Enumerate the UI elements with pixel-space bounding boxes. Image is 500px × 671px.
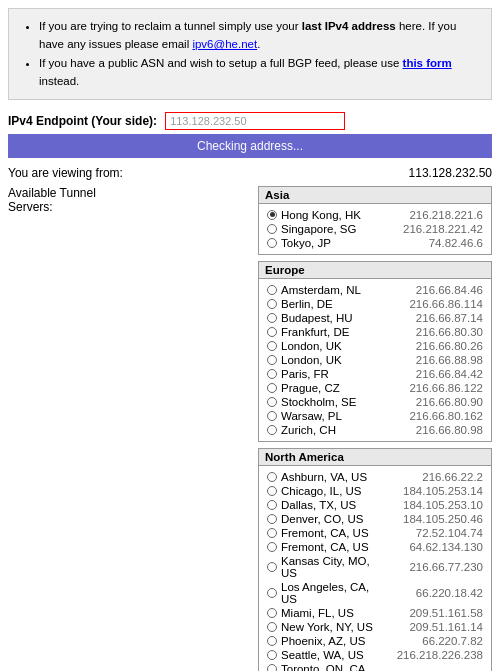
server-name: Kansas City, MO, US xyxy=(281,555,373,579)
server-row[interactable]: Fremont, CA, US64.62.134.130 xyxy=(267,540,483,554)
server-row[interactable]: Los Angeles, CA, US66.220.18.42 xyxy=(267,580,483,606)
server-row[interactable]: Fremont, CA, US72.52.104.74 xyxy=(267,526,483,540)
region-group-europe: EuropeAmsterdam, NL216.66.84.46Berlin, D… xyxy=(258,261,492,442)
server-name: London, UK xyxy=(281,354,342,366)
server-row[interactable]: London, UK216.66.80.26 xyxy=(267,339,483,353)
server-ip: 216.66.80.98 xyxy=(373,424,483,436)
radio-button[interactable] xyxy=(267,210,277,220)
server-name: Paris, FR xyxy=(281,368,329,380)
radio-button[interactable] xyxy=(267,411,277,421)
server-name: Zurich, CH xyxy=(281,424,336,436)
radio-button[interactable] xyxy=(267,285,277,295)
server-row[interactable]: Kansas City, MO, US216.66.77.230 xyxy=(267,554,483,580)
server-row[interactable]: Frankfurt, DE216.66.80.30 xyxy=(267,325,483,339)
radio-button[interactable] xyxy=(267,472,277,482)
available-label: Available Tunnel Servers: xyxy=(8,186,138,671)
server-name: Tokyo, JP xyxy=(281,237,331,249)
radio-button[interactable] xyxy=(267,622,277,632)
server-row[interactable]: Seattle, WA, US216.218.226.238 xyxy=(267,648,483,662)
server-ip: 66.220.18.42 xyxy=(373,587,483,599)
server-ip: 216.66.84.42 xyxy=(373,368,483,380)
server-ip: 209.51.161.14 xyxy=(373,621,483,633)
region-title: Asia xyxy=(259,187,491,204)
endpoint-row: IPv4 Endpoint (Your side): xyxy=(0,108,500,134)
radio-button[interactable] xyxy=(267,514,277,524)
server-name: London, UK xyxy=(281,340,342,352)
endpoint-label: IPv4 Endpoint (Your side): xyxy=(8,114,157,128)
server-name: Los Angeles, CA, US xyxy=(281,581,373,605)
server-row[interactable]: Ashburn, VA, US216.66.22.2 xyxy=(267,470,483,484)
server-name: Singapore, SG xyxy=(281,223,356,235)
endpoint-input[interactable] xyxy=(165,112,345,130)
server-ip: 209.51.161.58 xyxy=(373,607,483,619)
server-ip: 74.82.46.6 xyxy=(373,237,483,249)
radio-button[interactable] xyxy=(267,341,277,351)
server-row[interactable]: Berlin, DE216.66.86.114 xyxy=(267,297,483,311)
radio-button[interactable] xyxy=(267,562,277,572)
server-row[interactable]: Stockholm, SE216.66.80.90 xyxy=(267,395,483,409)
region-title: North America xyxy=(259,449,491,466)
radio-button[interactable] xyxy=(267,238,277,248)
radio-button[interactable] xyxy=(267,528,277,538)
server-row[interactable]: Miami, FL, US209.51.161.58 xyxy=(267,606,483,620)
server-name: Seattle, WA, US xyxy=(281,649,364,661)
server-name: Fremont, CA, US xyxy=(281,541,369,553)
server-ip: 184.105.253.14 xyxy=(373,485,483,497)
server-row[interactable]: Singapore, SG216.218.221.42 xyxy=(267,222,483,236)
radio-button[interactable] xyxy=(267,650,277,660)
server-name: Chicago, IL, US xyxy=(281,485,362,497)
server-name: Ashburn, VA, US xyxy=(281,471,367,483)
server-name: Warsaw, PL xyxy=(281,410,342,422)
server-row[interactable]: Toronto, ON, CA xyxy=(267,662,483,671)
server-ip: 216.66.80.30 xyxy=(373,326,483,338)
radio-button[interactable] xyxy=(267,383,277,393)
radio-button[interactable] xyxy=(267,369,277,379)
server-ip: 64.62.134.130 xyxy=(373,541,483,553)
server-name: Toronto, ON, CA xyxy=(281,663,365,671)
server-row[interactable]: Tokyo, JP74.82.46.6 xyxy=(267,236,483,250)
server-row[interactable]: New York, NY, US209.51.161.14 xyxy=(267,620,483,634)
radio-button[interactable] xyxy=(267,299,277,309)
server-row[interactable]: Budapest, HU216.66.87.14 xyxy=(267,311,483,325)
server-row[interactable]: London, UK216.66.88.98 xyxy=(267,353,483,367)
server-name: Denver, CO, US xyxy=(281,513,363,525)
server-ip: 216.66.80.162 xyxy=(373,410,483,422)
radio-button[interactable] xyxy=(267,224,277,234)
server-name: Dallas, TX, US xyxy=(281,499,356,511)
radio-button[interactable] xyxy=(267,425,277,435)
viewing-ip: 113.128.232.50 xyxy=(409,166,492,180)
server-row[interactable]: Prague, CZ216.66.86.122 xyxy=(267,381,483,395)
radio-button[interactable] xyxy=(267,486,277,496)
server-row[interactable]: Dallas, TX, US184.105.253.10 xyxy=(267,498,483,512)
radio-button[interactable] xyxy=(267,313,277,323)
server-row[interactable]: Chicago, IL, US184.105.253.14 xyxy=(267,484,483,498)
info-line-1: If you are trying to reclaim a tunnel si… xyxy=(39,17,479,54)
radio-button[interactable] xyxy=(267,327,277,337)
server-row[interactable]: Phoenix, AZ, US66.220.7.82 xyxy=(267,634,483,648)
region-group-asia: AsiaHong Kong, HK216.218.221.6Singapore,… xyxy=(258,186,492,255)
radio-button[interactable] xyxy=(267,500,277,510)
server-row[interactable]: Denver, CO, US184.105.250.46 xyxy=(267,512,483,526)
server-name: Frankfurt, DE xyxy=(281,326,349,338)
email-link[interactable]: ipv6@he.net xyxy=(192,38,257,50)
radio-button[interactable] xyxy=(267,542,277,552)
available-section: Available Tunnel Servers: AsiaHong Kong,… xyxy=(0,182,500,671)
radio-button[interactable] xyxy=(267,664,277,671)
radio-button[interactable] xyxy=(267,636,277,646)
radio-button[interactable] xyxy=(267,588,277,598)
radio-button[interactable] xyxy=(267,397,277,407)
server-row[interactable]: Zurich, CH216.66.80.98 xyxy=(267,423,483,437)
server-name: Miami, FL, US xyxy=(281,607,354,619)
server-ip: 216.66.87.14 xyxy=(373,312,483,324)
server-row[interactable]: Amsterdam, NL216.66.84.46 xyxy=(267,283,483,297)
this-form-link[interactable]: this form xyxy=(403,57,452,69)
server-row[interactable]: Hong Kong, HK216.218.221.6 xyxy=(267,208,483,222)
server-name: Berlin, DE xyxy=(281,298,333,310)
server-name: Stockholm, SE xyxy=(281,396,356,408)
server-row[interactable]: Warsaw, PL216.66.80.162 xyxy=(267,409,483,423)
server-name: New York, NY, US xyxy=(281,621,373,633)
server-row[interactable]: Paris, FR216.66.84.42 xyxy=(267,367,483,381)
radio-button[interactable] xyxy=(267,608,277,618)
radio-button[interactable] xyxy=(267,355,277,365)
viewing-row: You are viewing from: 113.128.232.50 xyxy=(0,164,500,182)
